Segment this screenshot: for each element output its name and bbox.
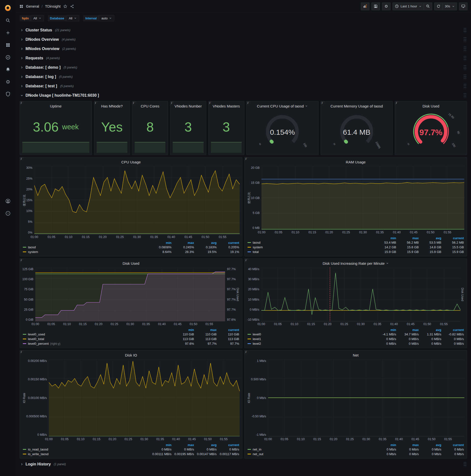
- legend-series-name[interactable]: net_out: [253, 452, 263, 456]
- star-icon[interactable]: [63, 4, 67, 9]
- chart-plot-area[interactable]: 01:0001:0501:1001:1501:2001:2501:3001:35…: [261, 268, 460, 322]
- row-drag-handle[interactable]: [463, 65, 467, 70]
- row-drag-handle[interactable]: [463, 461, 467, 467]
- legend-column-header[interactable]: current: [217, 443, 239, 447]
- legend-column-header[interactable]: min: [374, 236, 396, 240]
- legend-series-name[interactable]: net_in: [253, 447, 261, 451]
- help-icon[interactable]: ?: [3, 208, 13, 218]
- server-admin-shield-icon[interactable]: [3, 89, 13, 99]
- panel-title[interactable]: Disk Used: [397, 103, 464, 109]
- panel-title[interactable]: Current CPU Usage of taosd: [249, 103, 316, 109]
- refresh-interval-picker[interactable]: 30s: [443, 2, 457, 10]
- legend-column-header[interactable]: max: [396, 236, 419, 240]
- row-drag-handle[interactable]: [463, 37, 467, 42]
- save-dashboard-button[interactable]: [371, 2, 380, 10]
- row-database-log-[interactable]: Database: [ log ] (5 panels): [20, 73, 467, 81]
- legend-series-name[interactable]: io_write_taosd: [28, 452, 49, 456]
- legend-column-header[interactable]: max: [194, 328, 217, 332]
- share-icon[interactable]: [70, 4, 74, 9]
- panel-title[interactable]: Disk IO: [22, 352, 240, 358]
- legend-column-header[interactable]: avg: [419, 328, 441, 332]
- row-database-test-[interactable]: Database: [ test ] (5 panels): [20, 83, 467, 90]
- row-drag-handle[interactable]: [463, 74, 467, 80]
- time-range-picker[interactable]: Last 1 hour: [392, 2, 424, 10]
- search-icon[interactable]: [3, 15, 13, 26]
- row-cluster-status[interactable]: Cluster Status (21 panels): [20, 27, 467, 34]
- tv-mode-button[interactable]: [459, 2, 468, 10]
- breadcrumb-title[interactable]: TDinsight: [45, 4, 61, 8]
- legend-column-header[interactable]: max: [396, 443, 419, 447]
- legend-series-name[interactable]: level0_used: [28, 332, 45, 336]
- legend-column-header[interactable]: min: [171, 328, 194, 332]
- legend-column-header[interactable]: min: [149, 443, 171, 447]
- legend-column-header[interactable]: min: [149, 241, 171, 245]
- legend-series-name[interactable]: taosd: [28, 245, 36, 249]
- chart-plot-area[interactable]: 01:0001:0501:1001:1501:2001:2501:3001:35…: [268, 359, 464, 437]
- panel-title[interactable]: Uptime: [22, 103, 89, 109]
- variable-fqdn-value[interactable]: All: [31, 15, 44, 21]
- legend-series-name[interactable]: level0: [253, 332, 261, 336]
- configuration-gear-icon[interactable]: [3, 77, 13, 87]
- panel-title[interactable]: CPU Usage: [22, 159, 240, 165]
- row-mnodes-overview[interactable]: MNodes Overview (2 panels): [20, 45, 467, 52]
- row-drag-handle[interactable]: [463, 28, 467, 33]
- row-dnode-usage[interactable]: DNode Usage [ huolinhe-TM1701:6030 ]: [20, 92, 467, 99]
- variable-interval-value[interactable]: auto: [99, 15, 114, 21]
- disk-io-chart[interactable]: IO Rate 0.00200 MB/s0.00150 MB/s0.00100 …: [22, 358, 240, 456]
- chart-plot-area[interactable]: 01:0001:0501:1001:1501:2001:2501:3001:35…: [34, 166, 240, 234]
- ram-usage-chart[interactable]: 使用占比 20 GB15 GB10 GB5 GB0 MB 01:0001:050…: [247, 165, 464, 254]
- add-panel-button[interactable]: [361, 2, 370, 10]
- legend-column-header[interactable]: current: [441, 236, 464, 240]
- panel-title[interactable]: Disk Used Increasing Rate per Minute: [247, 260, 464, 267]
- refresh-button[interactable]: [434, 2, 443, 10]
- legend-series-name[interactable]: taosd: [253, 241, 261, 244]
- legend-column-header[interactable]: min: [374, 443, 396, 447]
- row-drag-handle[interactable]: [463, 84, 467, 89]
- alerting-bell-icon[interactable]: [3, 64, 13, 75]
- panel-title[interactable]: Current Memory Usage of taosd: [323, 103, 390, 109]
- legend-column-header[interactable]: max: [396, 328, 419, 332]
- legend-column-header[interactable]: current: [441, 443, 464, 447]
- legend-series-name[interactable]: system: [28, 250, 38, 254]
- chart-plot-area[interactable]: 01:0001:0501:1001:1501:2001:2501:3001:35…: [262, 166, 464, 230]
- explore-compass-icon[interactable]: [3, 52, 13, 62]
- dashboards-grid-icon[interactable]: [3, 40, 13, 50]
- panel-title[interactable]: VNodes Number: [173, 103, 203, 109]
- legend-column-header[interactable]: current: [441, 328, 464, 332]
- legend-column-header[interactable]: max: [171, 443, 194, 447]
- variable-database-value[interactable]: All: [66, 15, 79, 21]
- legend-column-header[interactable]: current: [217, 241, 239, 245]
- panel-title[interactable]: CPU Cores: [135, 103, 165, 109]
- user-avatar[interactable]: [3, 196, 13, 206]
- legend-series-name[interactable]: system: [253, 245, 263, 249]
- legend-column-header[interactable]: avg: [194, 241, 217, 245]
- legend-column-header[interactable]: current: [217, 328, 239, 332]
- panel-title[interactable]: VNodes Masters: [211, 103, 242, 109]
- panel-title[interactable]: Has MNode?: [97, 103, 127, 109]
- create-plus-icon[interactable]: [3, 28, 13, 38]
- grafana-logo[interactable]: [3, 3, 13, 13]
- legend-series-name[interactable]: level0_percent: [28, 342, 49, 345]
- net-chart[interactable]: IO Rate 1 Mb/s0.500 Mb/s0 Mb/s-0.50 Mb/s…: [247, 358, 464, 456]
- legend-series-name[interactable]: level0_total: [28, 337, 44, 341]
- row-dnodes-overview[interactable]: DNodes Overview (4 panels): [20, 36, 467, 43]
- zoom-out-time-button[interactable]: [424, 2, 432, 10]
- chart-plot-area[interactable]: 01:0001:0501:1001:1501:2001:2501:3001:35…: [35, 268, 225, 322]
- legend-series-name[interactable]: level1: [253, 337, 261, 341]
- panel-title[interactable]: Net: [247, 352, 464, 358]
- row-drag-handle[interactable]: [463, 55, 467, 61]
- chart-plot-area[interactable]: 01:0001:0501:1001:1501:2001:2501:3001:35…: [49, 359, 240, 437]
- disk-used-chart[interactable]: 125 GiB100 GiB75 GiB50 GiB25 GiB0 GiB 01…: [22, 267, 240, 346]
- row-requests[interactable]: Requests (4 panels): [20, 54, 467, 62]
- legend-series-name[interactable]: total: [253, 250, 259, 254]
- cpu-usage-chart[interactable]: 使用占比 30%25%20%15%10%5%0% 01:0001:0501:10…: [22, 165, 240, 254]
- dashboard-settings-button[interactable]: [382, 2, 390, 10]
- legend-series-name[interactable]: io_read_taosd: [28, 447, 48, 451]
- row-database-demo-[interactable]: Database: [ demo ] (5 panels): [20, 64, 467, 71]
- breadcrumb-folder[interactable]: General: [26, 4, 39, 8]
- legend-column-header[interactable]: min: [374, 328, 396, 332]
- legend-column-header[interactable]: avg: [419, 443, 441, 447]
- panel-title[interactable]: RAM Usage: [247, 159, 464, 165]
- panel-title[interactable]: Disk Used: [22, 260, 240, 267]
- disk-rate-chart[interactable]: 40 MB/s30 MB/s20 MB/s10 MB/s0 MB/s-10 MB…: [247, 267, 464, 346]
